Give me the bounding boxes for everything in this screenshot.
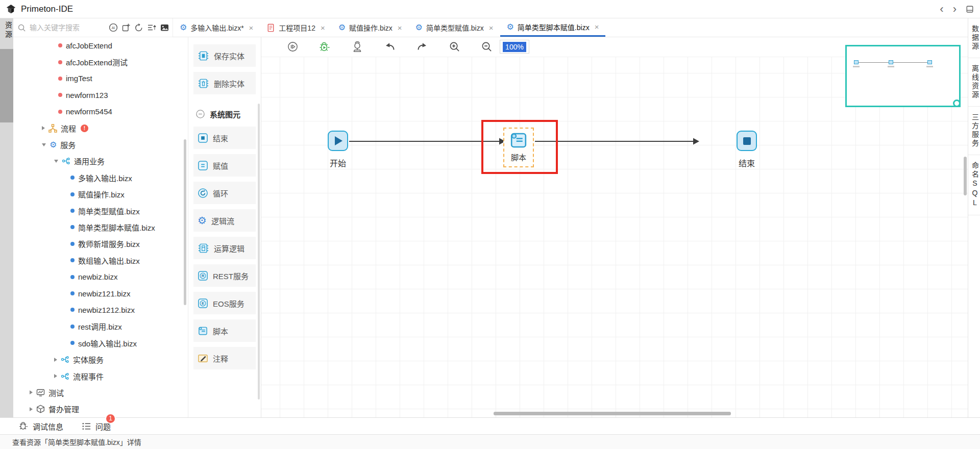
tree-item[interactable]: newform123 (13, 87, 188, 103)
palette-item[interactable]: RREST服务 (193, 264, 256, 287)
editor-tab[interactable]: ⚙赋值操作.bizx× (332, 18, 409, 37)
tree-item[interactable]: imgTest (13, 70, 188, 87)
canvas-vertical-scrollbar[interactable] (964, 157, 967, 195)
right-rail-tab[interactable]: 命名SQL (968, 155, 980, 215)
end-node[interactable] (737, 131, 757, 151)
canvas-grid[interactable] (261, 57, 968, 417)
palette-item[interactable]: 脚本 (193, 319, 256, 342)
right-rail-tab[interactable]: 数据源 (968, 18, 980, 58)
caret-right-icon[interactable] (30, 407, 33, 411)
close-icon[interactable]: × (595, 22, 599, 31)
tree-item[interactable]: afcJobExtend (13, 37, 188, 54)
close-icon[interactable]: × (249, 23, 254, 32)
service-category-icon (61, 372, 69, 381)
palette-item[interactable]: 运算逻辑 (193, 237, 256, 259)
tree-item[interactable]: 数组输入输出.bizx (13, 252, 188, 268)
tree-item[interactable]: newform5454 (13, 104, 188, 120)
script-node-selection[interactable]: 脚本 (503, 128, 534, 167)
tree-item[interactable]: 教师新增服务.bizx (13, 236, 188, 252)
tree-item[interactable]: 赋值操作.bizx (13, 186, 188, 203)
new-resource-icon[interactable] (121, 23, 131, 32)
palette-item[interactable]: 删除实体 (193, 72, 256, 94)
tree-item[interactable]: newbiz1212.bizx (13, 302, 188, 318)
problems-button[interactable]: 问题 1 (82, 421, 111, 432)
search-input[interactable] (29, 23, 109, 32)
form-dot-icon (58, 60, 62, 64)
nav-forward-icon[interactable]: › (953, 4, 957, 15)
tree-item[interactable]: newbiz.bizx (13, 268, 188, 285)
left-rail-scrollbar[interactable] (0, 49, 13, 122)
palette-scrollbar[interactable] (258, 104, 260, 400)
tree-item[interactable]: rest调用.bizx (13, 318, 188, 335)
tree-item[interactable]: sdo输入输出.bizx (13, 335, 188, 351)
tree-item[interactable]: 多输入输出.bizx (13, 169, 188, 186)
tree-item[interactable]: 简单类型赋值.bizx (13, 203, 188, 219)
service-dot-icon (70, 242, 75, 246)
run-to-icon[interactable] (287, 41, 299, 53)
close-icon[interactable]: × (398, 23, 402, 32)
palette-item-label: 保存实体 (214, 51, 244, 61)
caret-down-icon[interactable] (54, 160, 58, 163)
canvas-horizontal-scrollbar[interactable] (494, 412, 731, 415)
right-rail-tab[interactable]: 三方服务 (968, 107, 980, 155)
tree-item[interactable]: ⚙服务 (13, 136, 188, 153)
window-layout-icon[interactable] (966, 5, 974, 13)
tree-item[interactable]: 实体服务 (13, 351, 188, 367)
ai-assist-icon[interactable]: AI (109, 23, 118, 32)
palette-item[interactable]: 保存实体 (193, 44, 256, 67)
debug-run-icon[interactable] (318, 41, 331, 53)
start-node[interactable] (328, 131, 348, 151)
minimap-resize-handle[interactable] (953, 99, 961, 107)
caret-right-icon[interactable] (30, 390, 33, 394)
end-node-label: 结束 (739, 157, 755, 169)
close-icon[interactable]: × (489, 23, 494, 32)
nav-back-icon[interactable]: ‹ (940, 4, 943, 15)
zoom-level-input[interactable]: 100% (500, 40, 529, 54)
left-rail-tab-resources[interactable]: 资源 (0, 21, 13, 40)
redo-icon[interactable] (416, 41, 428, 53)
tree-item-label: 服务 (60, 139, 76, 150)
form-dot-icon (58, 77, 62, 81)
palette-item[interactable]: 结束 (193, 127, 256, 149)
debug-info-button[interactable]: 调试信息 (18, 421, 63, 432)
script-node-icon[interactable] (509, 131, 528, 150)
palette-item[interactable]: 循环 (193, 182, 256, 204)
editor-tab[interactable]: ⚙简单类型脚本赋值.bizx× (500, 18, 606, 37)
palette-item[interactable]: 赋值 (193, 154, 256, 177)
zoom-in-icon[interactable] (449, 41, 460, 53)
refresh-icon[interactable] (134, 23, 143, 32)
flow-canvas[interactable]: 100% 开始 脚本 结束 (261, 37, 968, 417)
tree-item[interactable]: 简单类型脚本赋值.bizx (13, 219, 188, 235)
minimap[interactable] (845, 45, 961, 107)
palette-item[interactable]: EEOS服务 (193, 292, 256, 314)
tree-item[interactable]: 督办管理 (13, 401, 188, 417)
editor-tab[interactable]: ⚙多输入输出.bizx*× (173, 18, 260, 37)
palette-section-header[interactable]: 系统图元 (193, 109, 256, 119)
service-dot-icon (70, 192, 75, 196)
deploy-icon[interactable] (351, 41, 363, 53)
collapse-section-icon[interactable] (195, 109, 205, 119)
close-icon[interactable]: × (321, 23, 325, 32)
caret-down-icon[interactable] (42, 143, 46, 146)
caret-right-icon[interactable] (54, 374, 57, 378)
collapse-all-icon[interactable] (147, 23, 156, 32)
palette-item-label: EOS服务 (213, 298, 244, 309)
palette-item[interactable]: ⚙逻辑流 (193, 209, 256, 232)
palette-item[interactable]: 注释 (193, 347, 256, 369)
tree-item[interactable]: newbiz121.bizx (13, 285, 188, 302)
zoom-out-icon[interactable] (481, 41, 493, 53)
tree-item[interactable]: 流程事件 (13, 368, 188, 384)
tree-item-label: imgTest (66, 74, 92, 83)
undo-icon[interactable] (384, 41, 396, 53)
preview-image-icon[interactable] (160, 23, 169, 32)
right-rail-tab[interactable]: 离线资源 (968, 58, 980, 107)
tree-item[interactable]: afcJobExtend测试 (13, 54, 188, 70)
tree-item[interactable]: 通用业务 (13, 153, 188, 169)
caret-right-icon[interactable] (42, 126, 45, 130)
editor-tab[interactable]: ⚙简单类型赋值.bizx× (409, 18, 500, 37)
tree-item[interactable]: 测试 (13, 384, 188, 401)
tree-item[interactable]: 流程! (13, 120, 188, 136)
editor-tab[interactable]: 工程项目12× (260, 18, 331, 37)
tree-scrollbar[interactable] (184, 139, 186, 305)
caret-right-icon[interactable] (54, 358, 57, 362)
